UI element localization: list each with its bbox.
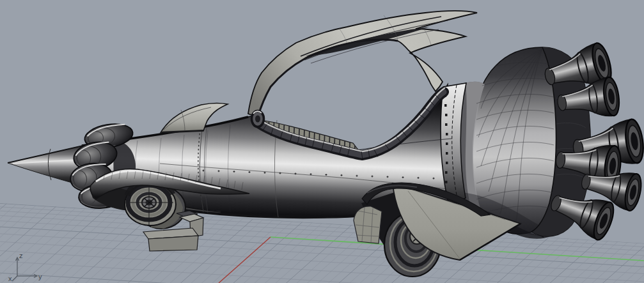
svg-text:y: y <box>38 273 42 280</box>
svg-text:z: z <box>19 252 23 259</box>
svg-text:x: x <box>8 275 12 282</box>
